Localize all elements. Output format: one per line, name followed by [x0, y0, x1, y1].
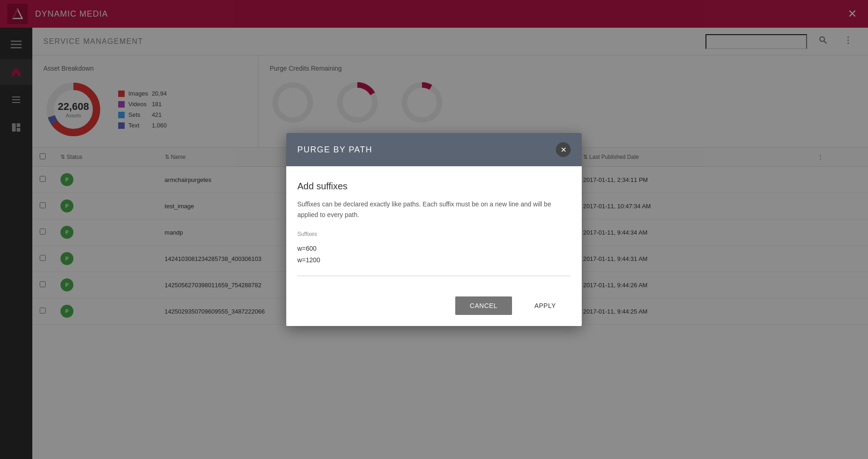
modal-section-title: Add suffixes	[297, 181, 571, 192]
modal-title: PURGE BY PATH	[297, 145, 373, 155]
cancel-button[interactable]: CANCEL	[455, 296, 512, 315]
modal-header: PURGE BY PATH ✕	[286, 133, 582, 166]
apply-button[interactable]: APPLY	[519, 296, 571, 315]
modal-description: Suffixes can be declared exactly like pa…	[297, 199, 571, 220]
modal-close-button[interactable]: ✕	[556, 142, 571, 157]
purge-by-path-modal: PURGE BY PATH ✕ Add suffixes Suffixes ca…	[286, 133, 582, 326]
modal-overlay: PURGE BY PATH ✕ Add suffixes Suffixes ca…	[0, 0, 868, 459]
suffixes-label: Suffixes	[297, 231, 571, 237]
suffixes-textarea[interactable]	[297, 239, 571, 276]
modal-footer: CANCEL APPLY	[286, 289, 582, 326]
modal-body: Add suffixes Suffixes can be declared ex…	[286, 166, 582, 289]
